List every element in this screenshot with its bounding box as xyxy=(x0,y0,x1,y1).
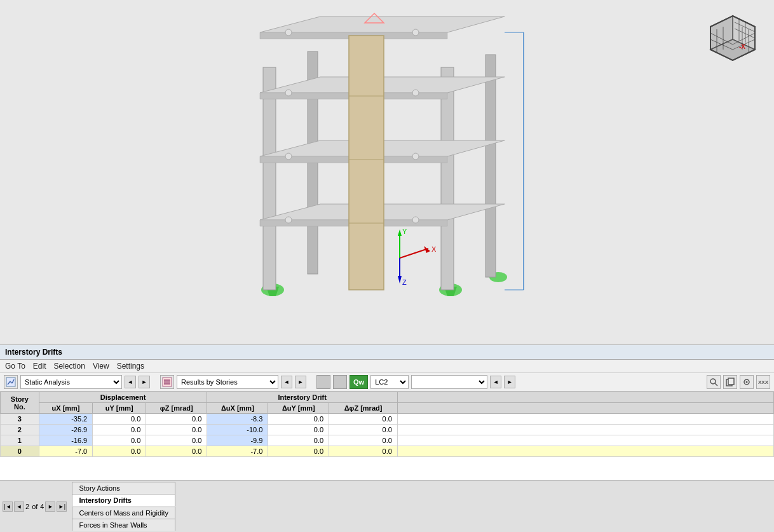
results-nav-next[interactable]: ► xyxy=(295,376,306,388)
lc-nav-prev[interactable]: ◄ xyxy=(490,376,501,388)
col-dux: ΔuX [mm] xyxy=(207,403,268,414)
toolbar-icon-copy[interactable] xyxy=(723,375,737,389)
bottom-panel: Interstory Drifts Go To Edit Selection V… xyxy=(0,344,774,532)
svg-rect-66 xyxy=(164,383,170,385)
cell-ux: -26.9 xyxy=(39,425,92,435)
page-total: 4 xyxy=(40,503,44,510)
cell-dux: -9.9 xyxy=(207,435,268,446)
toolbar-icon-search[interactable] xyxy=(707,375,721,389)
cell-story: 1 xyxy=(1,435,39,446)
page-prev-btn[interactable]: ◄ xyxy=(14,501,24,512)
page-first-btn[interactable]: |◄ xyxy=(3,501,13,512)
navigation-cube[interactable]: -X xyxy=(704,13,761,70)
cell-phiz: 0.0 xyxy=(146,425,207,435)
cell-spacer xyxy=(397,435,773,446)
svg-rect-64 xyxy=(164,379,170,381)
cell-dphiz: 0.0 xyxy=(329,414,398,425)
cell-duy: 0.0 xyxy=(268,446,329,457)
table-row: 1 -16.9 0.0 0.0 -9.9 0.0 0.0 xyxy=(1,435,774,446)
bottom-tabs-bar: |◄ ◄ 2 of 4 ► ►| Story ActionsInterstory… xyxy=(0,480,774,532)
col-duy: ΔuY [mm] xyxy=(268,403,329,414)
svg-point-67 xyxy=(710,379,716,384)
menubar: Go To Edit Selection View Settings xyxy=(0,360,774,373)
results-select[interactable]: Results by Stories xyxy=(177,375,278,389)
lc-nav-next[interactable]: ► xyxy=(504,376,515,388)
tab-interstory-drifts[interactable]: Interstory Drifts xyxy=(72,494,175,507)
menu-goto[interactable]: Go To xyxy=(5,362,25,371)
cell-uy: 0.0 xyxy=(93,446,146,457)
cell-dphiz: 0.0 xyxy=(329,446,398,457)
col-story-no: StoryNo. xyxy=(1,392,39,414)
col-extra xyxy=(397,392,773,403)
panel-title: Interstory Drifts xyxy=(0,345,774,360)
toolbar: Static Analysis ◄ ► Results by Stories ◄… xyxy=(0,373,774,392)
cell-phiz: 0.0 xyxy=(146,446,207,457)
svg-point-46 xyxy=(412,90,419,96)
page-of-label: of xyxy=(32,503,37,510)
svg-rect-34 xyxy=(349,36,384,290)
results-icon xyxy=(160,375,174,389)
cell-dphiz: 0.0 xyxy=(329,435,398,446)
lc-select[interactable]: LC2 xyxy=(370,375,409,389)
svg-line-68 xyxy=(715,383,717,386)
cell-phiz: 0.0 xyxy=(146,414,207,425)
cell-duy: 0.0 xyxy=(268,435,329,446)
col-spacer xyxy=(397,403,773,414)
analysis-nav-next[interactable]: ► xyxy=(139,376,150,388)
color-box-2 xyxy=(333,375,347,389)
toolbar-icon-view[interactable] xyxy=(740,375,754,389)
bottom-tabs: Story ActionsInterstory DriftsCenters of… xyxy=(72,482,176,531)
results-nav-prev[interactable]: ◄ xyxy=(281,376,292,388)
load-combo-label: Qw xyxy=(350,375,368,389)
analysis-select[interactable]: Static Analysis xyxy=(20,375,122,389)
cell-ux: -35.2 xyxy=(39,414,92,425)
cell-spacer xyxy=(397,446,773,457)
svg-rect-22 xyxy=(263,67,276,290)
cell-duy: 0.0 xyxy=(268,414,329,425)
col-phiz: φZ [mrad] xyxy=(146,403,207,414)
col-ux: uX [mm] xyxy=(39,403,92,414)
cell-story: 0 xyxy=(1,446,39,457)
data-table: StoryNo. Displacement Interstory Drift u… xyxy=(0,392,774,480)
cell-spacer xyxy=(397,414,773,425)
3d-viewport[interactable]: -X xyxy=(0,0,774,344)
svg-marker-57 xyxy=(398,276,402,283)
svg-point-72 xyxy=(746,381,748,383)
svg-rect-70 xyxy=(728,378,734,385)
svg-point-47 xyxy=(285,29,292,36)
cell-ux: -7.0 xyxy=(39,446,92,457)
analysis-nav-prev[interactable]: ◄ xyxy=(125,376,136,388)
svg-point-43 xyxy=(285,153,292,160)
menu-settings[interactable]: Settings xyxy=(117,362,144,371)
cell-dux: -8.3 xyxy=(207,414,268,425)
analysis-icon xyxy=(4,375,18,389)
page-next-btn[interactable]: ► xyxy=(45,501,55,512)
cell-uy: 0.0 xyxy=(93,425,146,435)
svg-point-44 xyxy=(412,153,419,160)
panel-title-text: Interstory Drifts xyxy=(5,348,62,357)
svg-point-41 xyxy=(285,217,292,223)
svg-text:Z: Z xyxy=(402,278,407,286)
menu-selection[interactable]: Selection xyxy=(54,362,85,371)
tab-centers-of-mass-and-rigidity[interactable]: Centers of Mass and Rigidity xyxy=(72,507,175,519)
table-row: 2 -26.9 0.0 0.0 -10.0 0.0 0.0 xyxy=(1,425,774,435)
cell-story: 3 xyxy=(1,414,39,425)
svg-line-53 xyxy=(400,249,428,258)
svg-rect-24 xyxy=(485,55,496,277)
tab-forces-in-shear-walls[interactable]: Forces in Shear Walls xyxy=(72,519,175,531)
tab-story-actions[interactable]: Story Actions xyxy=(72,482,175,494)
menu-edit[interactable]: Edit xyxy=(33,362,46,371)
svg-point-45 xyxy=(285,90,292,96)
svg-point-48 xyxy=(412,29,419,36)
color-box-1 xyxy=(316,375,330,389)
svg-rect-23 xyxy=(441,67,454,290)
lc-extended-select[interactable] xyxy=(411,375,487,389)
cell-phiz: 0.0 xyxy=(146,435,207,446)
svg-text:Y: Y xyxy=(402,228,407,235)
toolbar-icon-xxx[interactable]: XXX xyxy=(756,375,770,389)
col-interstory-drift: Interstory Drift xyxy=(207,392,398,403)
menu-view[interactable]: View xyxy=(93,362,109,371)
cell-ux: -16.9 xyxy=(39,435,92,446)
page-last-btn[interactable]: ►| xyxy=(57,501,67,512)
svg-text:X: X xyxy=(431,245,437,253)
